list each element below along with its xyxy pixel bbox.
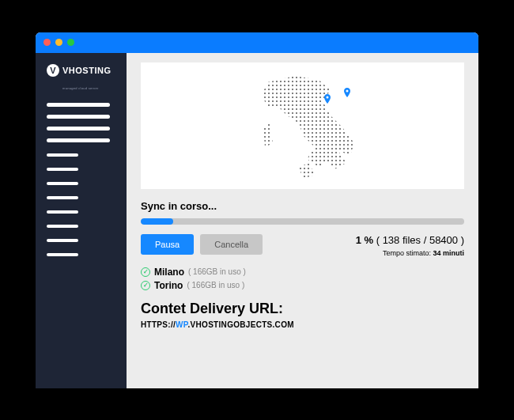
sidebar-item[interactable]: [47, 115, 110, 119]
sync-eta: Tempo stimato: 34 minuti: [356, 249, 464, 257]
maximize-icon[interactable]: [67, 39, 74, 46]
location-name: Milano: [154, 267, 184, 278]
button-group: Pausa Cancella: [141, 234, 263, 255]
map-card: [141, 62, 464, 189]
sidebar-item[interactable]: [47, 127, 110, 131]
close-icon[interactable]: [43, 39, 51, 46]
main-content: Sync in corso... Pausa Cancella 1 % ( 13…: [127, 53, 478, 388]
sidebar: V VHOSTING managed cloud server: [36, 53, 127, 388]
locations-list: Milano ( 166GB in uso ) Torino ( 166GB i…: [141, 267, 464, 291]
location-row: Torino ( 166GB in uso ): [141, 280, 464, 291]
brand-logo: V VHOSTING: [47, 64, 115, 77]
location-usage: ( 166GB in uso ): [187, 281, 244, 289]
map-pin-icon: [323, 94, 332, 104]
app-window: V VHOSTING managed cloud server: [36, 32, 478, 388]
sync-stats: 1 % ( 138 files / 58400 ) Tempo stimato:…: [356, 234, 464, 257]
svg-point-1: [346, 89, 349, 92]
italy-map-icon: [224, 68, 382, 183]
sidebar-item[interactable]: [47, 138, 110, 142]
pause-button[interactable]: Pausa: [141, 234, 194, 255]
progress-bar: [141, 218, 464, 225]
cdn-section-title: Contet Delivery URL:: [141, 301, 464, 317]
sync-status-title: Sync in corso...: [141, 200, 464, 212]
sidebar-item[interactable]: [47, 210, 78, 214]
check-icon: [141, 267, 150, 277]
progress-fill: [141, 218, 173, 225]
location-usage: ( 166GB in uso ): [188, 267, 246, 276]
sidebar-item[interactable]: [47, 153, 78, 157]
sidebar-item[interactable]: [47, 225, 78, 228]
cdn-url: HTTPS://WP.VHOSTINGOBJECTS.COM: [141, 320, 464, 329]
minimize-icon[interactable]: [55, 39, 62, 46]
sidebar-item[interactable]: [47, 253, 78, 256]
window-titlebar: [36, 32, 478, 53]
sync-percent: 1 %: [356, 234, 373, 246]
sidebar-item[interactable]: [47, 182, 78, 185]
sidebar-item[interactable]: [47, 196, 78, 199]
sidebar-item[interactable]: [47, 239, 78, 242]
window-body: V VHOSTING managed cloud server: [36, 53, 478, 388]
location-name: Torino: [154, 280, 183, 291]
sync-files: ( 138 files / 58400 ): [376, 234, 464, 246]
logo-mark-icon: V: [47, 64, 59, 77]
svg-point-2: [327, 96, 329, 98]
cancel-button[interactable]: Cancella: [200, 234, 263, 255]
sidebar-item[interactable]: [47, 103, 110, 107]
controls-row: Pausa Cancella 1 % ( 138 files / 58400 )…: [141, 234, 464, 257]
sync-percent-line: 1 % ( 138 files / 58400 ): [356, 234, 464, 246]
check-icon: [141, 281, 150, 290]
brand-name: VHOSTING: [62, 66, 111, 75]
sidebar-item[interactable]: [47, 168, 78, 171]
map-pin-icon: [342, 88, 352, 97]
location-row: Milano ( 166GB in uso ): [141, 267, 464, 278]
brand-tagline: managed cloud server: [62, 86, 115, 90]
